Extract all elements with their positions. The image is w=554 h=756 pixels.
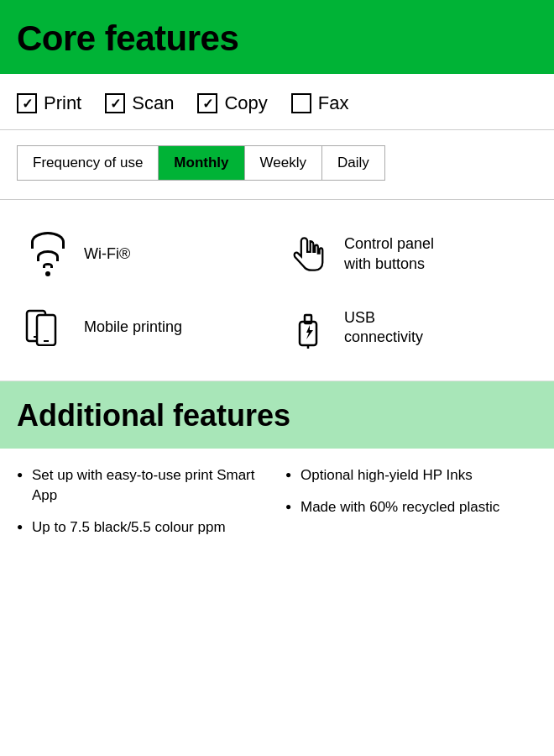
- checkbox-scan-label: Scan: [132, 92, 174, 114]
- bullet-smart-app: Set up with easy-to-use print Smart App: [17, 465, 269, 506]
- frequency-monthly[interactable]: Monthly: [159, 146, 244, 180]
- additional-bullets-right: Optional high-yield HP Inks Made with 60…: [285, 465, 537, 549]
- additional-features-header: Additional features: [0, 381, 554, 449]
- checkboxes-row: Print Scan Copy Fax: [0, 74, 554, 130]
- mobile-icon: [25, 309, 71, 346]
- frequency-label: Frequency of use: [18, 146, 159, 180]
- additional-features-title: Additional features: [17, 398, 290, 433]
- checkbox-scan[interactable]: Scan: [105, 92, 174, 114]
- feature-control-panel: Control panelwith buttons: [277, 217, 537, 291]
- core-features-title: Core features: [17, 18, 238, 58]
- bullet-recycled: Made with 60% recycled plastic: [285, 497, 537, 517]
- wifi-label: Wi-Fi®: [84, 244, 130, 264]
- wifi-arc-small: [43, 263, 53, 268]
- wifi-icon: [25, 232, 71, 276]
- features-grid: Wi-Fi® Control panelwith buttons Mobile …: [0, 200, 554, 381]
- frequency-daily[interactable]: Daily: [322, 146, 384, 180]
- checkbox-fax-box[interactable]: [291, 93, 311, 113]
- checkbox-scan-box[interactable]: [105, 93, 125, 113]
- checkbox-copy-box[interactable]: [197, 93, 217, 113]
- feature-mobile-printing: Mobile printing: [17, 291, 277, 364]
- wifi-dot: [45, 271, 50, 276]
- checkbox-print[interactable]: Print: [17, 92, 81, 114]
- checkbox-fax-label: Fax: [318, 92, 349, 114]
- checkbox-fax[interactable]: Fax: [291, 92, 349, 114]
- bullet-hp-inks: Optional high-yield HP Inks: [285, 465, 537, 486]
- svg-rect-4: [300, 322, 316, 345]
- core-features-header: Core features: [0, 0, 554, 74]
- mobile-printing-label: Mobile printing: [84, 318, 182, 337]
- usb-connectivity-label: USBconnectivity: [344, 308, 423, 348]
- frequency-table: Frequency of use Monthly Weekly Daily: [17, 145, 385, 181]
- additional-bullets-left: Set up with easy-to-use print Smart App …: [17, 465, 269, 549]
- frequency-weekly[interactable]: Weekly: [245, 146, 322, 180]
- touch-icon: [285, 234, 331, 276]
- bullet-ppm: Up to 7.5 black/5.5 colour ppm: [17, 517, 269, 538]
- control-panel-label: Control panelwith buttons: [344, 234, 434, 274]
- feature-wifi: Wi-Fi®: [17, 217, 277, 291]
- checkbox-print-box[interactable]: [17, 93, 37, 113]
- checkbox-copy-label: Copy: [224, 92, 267, 114]
- checkbox-copy[interactable]: Copy: [197, 92, 267, 114]
- checkbox-print-label: Print: [44, 92, 81, 114]
- usb-icon: [285, 307, 331, 349]
- wifi-arc-mid: [37, 250, 59, 261]
- additional-features-content: Set up with easy-to-use print Smart App …: [0, 449, 554, 574]
- frequency-row: Frequency of use Monthly Weekly Daily: [0, 130, 554, 200]
- wifi-arc-large: [31, 232, 65, 249]
- feature-usb-connectivity: USBconnectivity: [277, 291, 537, 364]
